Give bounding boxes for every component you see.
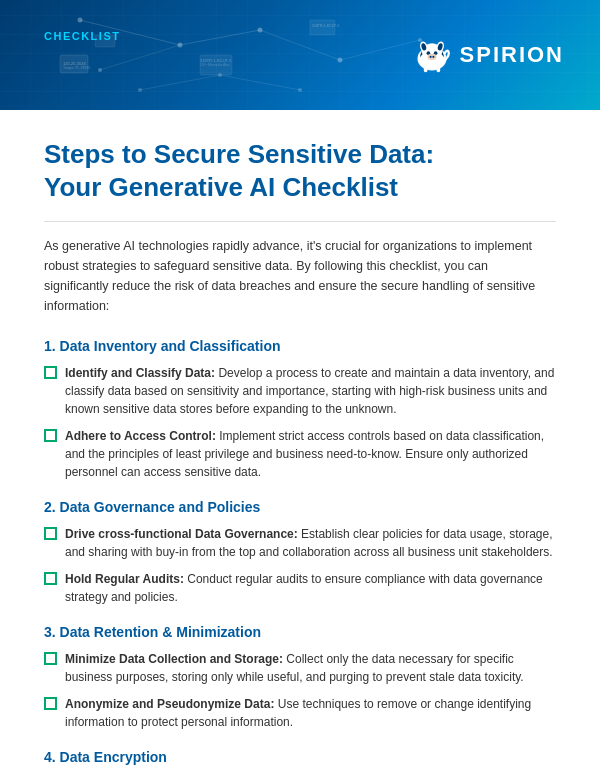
list-item: Hold Regular Audits: Conduct regular aud… [44, 570, 556, 606]
section-title: 4. Data Encryption [44, 749, 556, 765]
item-text: Minimize Data Collection and Storage: Co… [65, 650, 556, 686]
section-title: 1. Data Inventory and Classification [44, 338, 556, 354]
checklist-sections: 1. Data Inventory and ClassificationIden… [44, 338, 556, 777]
checkbox-icon[interactable] [44, 652, 57, 665]
checkbox-icon[interactable] [44, 527, 57, 540]
item-text: Identify and Classify Data: Develop a pr… [65, 364, 556, 418]
checklist-section: 1. Data Inventory and ClassificationIden… [44, 338, 556, 481]
list-item: Drive cross-functional Data Governance: … [44, 525, 556, 561]
main-content: Steps to Secure Sensitive Data:Your Gene… [0, 110, 600, 777]
spirion-logo-text: SPIRION [460, 42, 564, 68]
spirion-mascot-icon [412, 35, 452, 75]
checkbox-icon[interactable] [44, 572, 57, 585]
item-text: Adhere to Access Control: Implement stri… [65, 427, 556, 481]
checklist-label: CHECKLIST [44, 30, 120, 42]
section-title: 2. Data Governance and Policies [44, 499, 556, 515]
checklist-section: 2. Data Governance and PoliciesDrive cro… [44, 499, 556, 606]
page-header: 125-25-3534 Tampa, FL 33999 318TR-1-KCLP… [0, 0, 600, 110]
svg-point-36 [429, 56, 431, 58]
svg-point-35 [427, 54, 436, 60]
checkbox-icon[interactable] [44, 697, 57, 710]
checkbox-icon[interactable] [44, 429, 57, 442]
checkbox-icon[interactable] [44, 366, 57, 379]
checklist-section: 4. Data EncryptionEncrypt Data: Use stro… [44, 749, 556, 777]
svg-rect-38 [423, 66, 427, 72]
list-item: Identify and Classify Data: Develop a pr… [44, 364, 556, 418]
intro-text: As generative AI technologies rapidly ad… [44, 221, 556, 316]
svg-point-37 [432, 56, 434, 58]
section-title: 3. Data Retention & Minimization [44, 624, 556, 640]
list-item: Adhere to Access Control: Implement stri… [44, 427, 556, 481]
checklist-section: 3. Data Retention & MinimizationMinimize… [44, 624, 556, 731]
item-text: Anonymize and Pseudonymize Data: Use tec… [65, 695, 556, 731]
spirion-logo: SPIRION [412, 35, 564, 75]
list-item: Minimize Data Collection and Storage: Co… [44, 650, 556, 686]
list-item: Anonymize and Pseudonymize Data: Use tec… [44, 695, 556, 731]
item-text: Hold Regular Audits: Conduct regular aud… [65, 570, 556, 606]
item-text: Drive cross-functional Data Governance: … [65, 525, 556, 561]
page-title: Steps to Secure Sensitive Data:Your Gene… [44, 138, 556, 203]
svg-rect-39 [436, 66, 440, 72]
